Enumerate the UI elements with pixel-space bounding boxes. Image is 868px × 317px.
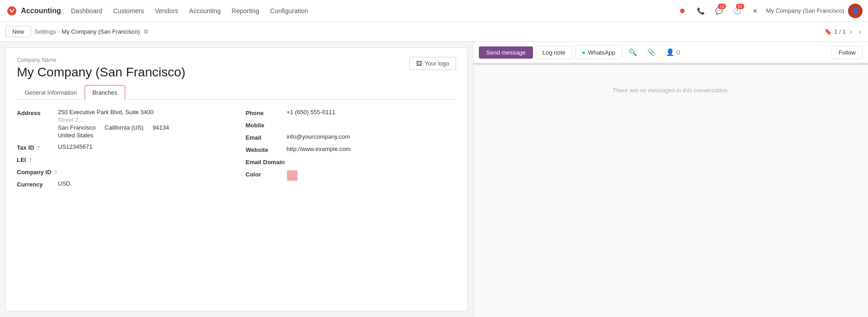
currency-value[interactable]: USD bbox=[58, 180, 228, 187]
activity-icon-btn[interactable]: 🕐 52 bbox=[730, 4, 744, 18]
company-header: Company Name My Company (San Francisco) … bbox=[6, 48, 467, 80]
email-domain-label: Email Domain bbox=[246, 158, 287, 166]
email-domain-field: Email Domain bbox=[246, 158, 457, 166]
user-avatar[interactable]: 👤 bbox=[848, 4, 863, 18]
nav-vendors[interactable]: Vendors bbox=[150, 5, 183, 17]
prev-page-button[interactable]: ‹ bbox=[848, 26, 854, 37]
color-label: Color bbox=[246, 170, 287, 178]
color-swatch[interactable] bbox=[287, 170, 298, 181]
chat-icon-btn[interactable]: 💬 13 bbox=[711, 4, 726, 18]
currency-label: Currency bbox=[17, 180, 58, 188]
breadcrumb-separator: › bbox=[58, 28, 60, 35]
form-right: Phone +1 (650) 555-0111 Mobile Email inf… bbox=[246, 109, 457, 192]
form-tabs: General Information Branches bbox=[17, 85, 456, 100]
color-swatch-wrapper[interactable] bbox=[287, 170, 298, 182]
followers-icon-btn[interactable]: 👤 0 bbox=[662, 46, 684, 58]
phone-value[interactable]: +1 (650) 555-0111 bbox=[287, 109, 457, 116]
nav-dashboard[interactable]: Dashboard bbox=[66, 5, 107, 17]
right-panel: Send message Log note ● WhatsApp 🔍 📎 👤 0… bbox=[473, 42, 868, 317]
company-id-label: Company ID ? bbox=[17, 168, 58, 176]
pagination-text: 1 / 1 bbox=[834, 28, 846, 35]
pagination-area: 🔖 1 / 1 ‹ › bbox=[824, 26, 863, 37]
nav-right: 📞 💬 13 🕐 52 ✕ My Company (San Francisco)… bbox=[675, 4, 863, 18]
mobile-label: Mobile bbox=[246, 121, 287, 129]
company-name-title: My Company (San Francisco) bbox=[17, 65, 185, 80]
address-country[interactable]: United States bbox=[58, 132, 169, 139]
tax-id-field: Tax ID ? US12345671 bbox=[17, 143, 228, 151]
right-panel-toolbar: Send message Log note ● WhatsApp 🔍 📎 👤 0… bbox=[473, 42, 868, 63]
breadcrumb-parent[interactable]: Settings bbox=[35, 28, 56, 35]
website-field: Website http://www.example.com bbox=[246, 146, 457, 153]
settings-gear-icon[interactable]: ⚙ bbox=[143, 28, 149, 35]
tax-id-value[interactable]: US12345671 bbox=[58, 143, 228, 150]
website-label: Website bbox=[246, 146, 287, 153]
odoo-logo-icon bbox=[5, 5, 18, 17]
address-state[interactable]: California (US) bbox=[105, 124, 143, 131]
new-button[interactable]: New bbox=[5, 26, 31, 37]
logo-button[interactable]: 🖼 Your logo bbox=[409, 57, 456, 70]
address-line1[interactable]: 250 Executive Park Blvd, Suite 3400 bbox=[58, 109, 169, 116]
tab-general-information[interactable]: General Information bbox=[17, 85, 85, 100]
status-dot-red[interactable] bbox=[675, 4, 690, 18]
no-messages-text: There are no messages in this conversati… bbox=[473, 69, 868, 112]
address-city[interactable]: San Francisco bbox=[58, 124, 96, 131]
nav-customers[interactable]: Customers bbox=[109, 5, 149, 17]
app-logo[interactable]: Accounting bbox=[5, 5, 61, 17]
search-icon-btn[interactable]: 🔍 bbox=[625, 46, 641, 58]
activity-badge: 52 bbox=[736, 4, 744, 9]
main-layout: Company Name My Company (San Francisco) … bbox=[0, 42, 868, 317]
phone-field: Phone +1 (650) 555-0111 bbox=[246, 109, 457, 116]
phone-icon-btn[interactable]: 📞 bbox=[693, 4, 708, 18]
email-field: Email info@yourcompany.com bbox=[246, 133, 457, 141]
secondary-nav: New Settings › My Company (San Francisco… bbox=[0, 22, 868, 42]
follow-button[interactable]: Follow bbox=[832, 46, 863, 59]
nav-company-name: My Company (San Francisco) bbox=[766, 7, 844, 14]
address-field: Address 250 Executive Park Blvd, Suite 3… bbox=[17, 109, 228, 139]
next-page-button[interactable]: › bbox=[857, 26, 863, 37]
followers-count: 0 bbox=[676, 48, 680, 56]
top-nav: Accounting Dashboard Customers Vendors A… bbox=[0, 0, 868, 22]
nav-configuration[interactable]: Configuration bbox=[266, 5, 313, 17]
lei-field: LEI ? bbox=[17, 156, 228, 163]
form-content: Address 250 Executive Park Blvd, Suite 3… bbox=[6, 100, 467, 201]
address-line2[interactable]: Street 2... bbox=[58, 116, 169, 123]
close-icon-btn[interactable]: ✕ bbox=[748, 4, 762, 18]
chat-badge: 13 bbox=[718, 4, 726, 9]
app-brand: Accounting bbox=[21, 7, 61, 15]
address-city-row: San Francisco California (US) 94134 bbox=[58, 124, 169, 131]
breadcrumb: Settings › My Company (San Francisco) ⚙ bbox=[35, 28, 149, 35]
lei-help-icon[interactable]: ? bbox=[29, 157, 32, 163]
breadcrumb-current: My Company (San Francisco) bbox=[61, 28, 140, 35]
tab-branches[interactable]: Branches bbox=[85, 85, 125, 100]
whatsapp-icon: ● bbox=[582, 49, 585, 56]
log-note-button[interactable]: Log note bbox=[536, 46, 573, 59]
logo-button-label: Your logo bbox=[425, 60, 449, 67]
tax-id-help-icon[interactable]: ? bbox=[37, 145, 40, 151]
email-value[interactable]: info@yourcompany.com bbox=[287, 133, 457, 140]
nav-accounting[interactable]: Accounting bbox=[185, 5, 225, 17]
address-value: 250 Executive Park Blvd, Suite 3400 Stre… bbox=[58, 109, 169, 139]
company-name-section: Company Name My Company (San Francisco) bbox=[17, 57, 185, 80]
mobile-field: Mobile bbox=[246, 121, 457, 129]
address-zip[interactable]: 94134 bbox=[152, 124, 169, 131]
tax-id-label: Tax ID ? bbox=[17, 143, 58, 151]
company-id-help-icon[interactable]: ? bbox=[54, 170, 57, 175]
website-value[interactable]: http://www.example.com bbox=[287, 146, 457, 152]
company-id-field: Company ID ? bbox=[17, 168, 228, 176]
currency-field: Currency USD bbox=[17, 180, 228, 188]
nav-reporting[interactable]: Reporting bbox=[227, 5, 264, 17]
address-label: Address bbox=[17, 109, 58, 116]
email-label: Email bbox=[246, 133, 287, 141]
company-name-label: Company Name bbox=[17, 57, 185, 63]
lei-label: LEI ? bbox=[17, 156, 58, 163]
whatsapp-button[interactable]: ● WhatsApp bbox=[575, 45, 622, 59]
bookmark-icon[interactable]: 🔖 bbox=[824, 28, 832, 35]
phone-label: Phone bbox=[246, 109, 287, 116]
attachment-icon-btn[interactable]: 📎 bbox=[644, 46, 660, 58]
whatsapp-label: WhatsApp bbox=[588, 49, 615, 56]
messages-area: There are no messages in this conversati… bbox=[473, 65, 868, 317]
red-dot-icon bbox=[680, 9, 685, 13]
form-area: Company Name My Company (San Francisco) … bbox=[5, 47, 467, 312]
send-message-button[interactable]: Send message bbox=[479, 46, 533, 59]
image-icon: 🖼 bbox=[416, 60, 422, 67]
